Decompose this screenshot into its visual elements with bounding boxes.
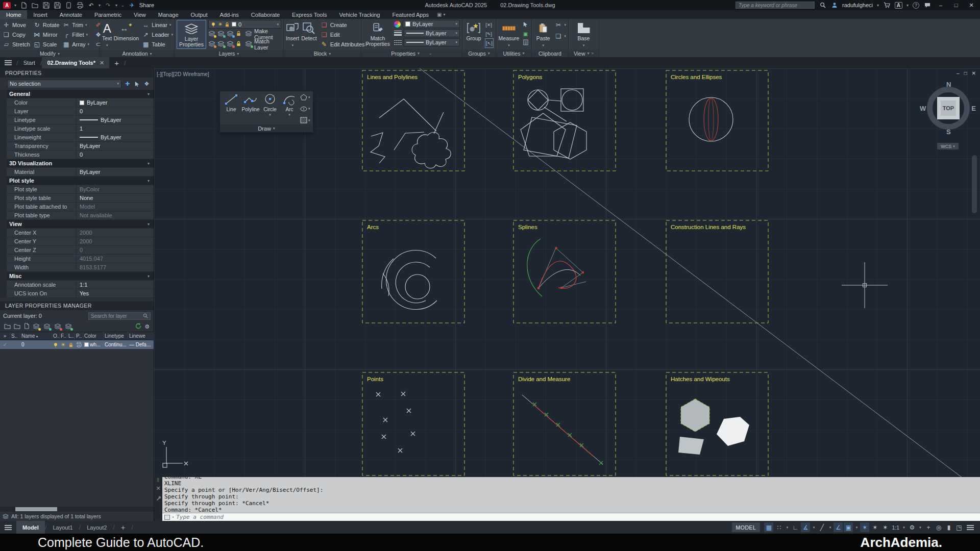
- new-layout-button[interactable]: +: [115, 521, 131, 534]
- draw-toolbar-label[interactable]: Draw▾: [220, 124, 313, 132]
- property-row[interactable]: Center Y2000: [7, 237, 154, 246]
- redo-icon[interactable]: ↷: [104, 2, 112, 9]
- group-selection-toggle[interactable]: [↖]: [485, 38, 494, 48]
- status-osnap-tracking-icon[interactable]: ∠: [834, 522, 843, 532]
- layout2-tab[interactable]: Layout2: [81, 521, 113, 534]
- new-file-icon[interactable]: [20, 2, 28, 9]
- property-value[interactable]: 2000: [76, 229, 154, 237]
- property-row[interactable]: UCS icon OnYes: [7, 289, 154, 298]
- model-tab[interactable]: Model: [16, 521, 45, 534]
- property-value[interactable]: Model: [76, 203, 154, 211]
- property-row[interactable]: TransparencyByLayer: [7, 142, 154, 151]
- group-button[interactable]: Group: [464, 20, 483, 48]
- trim-button[interactable]: ✂Trim▾: [61, 20, 91, 30]
- menu-tab-featured-apps[interactable]: Featured Apps: [386, 10, 435, 19]
- autocad-logo-icon[interactable]: A: [3, 2, 11, 9]
- file-tabs-menu-icon[interactable]: [0, 57, 16, 68]
- logo-dropdown-icon[interactable]: ▾: [14, 3, 16, 8]
- undo-dropdown-icon[interactable]: ▾: [99, 3, 101, 8]
- layer-on-icon[interactable]: [52, 340, 60, 349]
- menu-tab-collaborate[interactable]: Collaborate: [245, 10, 286, 19]
- property-row[interactable]: Plot styleByColor: [7, 185, 154, 194]
- property-row[interactable]: Annotation scale1:1: [7, 281, 154, 289]
- model-space-button[interactable]: MODEL: [732, 522, 761, 532]
- viewcube[interactable]: N S W E TOP: [923, 83, 974, 134]
- match-layer-button[interactable]: Match Layer: [208, 39, 281, 49]
- status-ortho-mode-icon[interactable]: ∟: [791, 522, 800, 532]
- property-row[interactable]: LineweightByLayer: [7, 133, 154, 142]
- base-button[interactable]: Base▾: [574, 20, 594, 48]
- select-window-button[interactable]: ▣: [522, 29, 529, 39]
- property-row[interactable]: MaterialByLayer: [7, 168, 154, 177]
- make-current-button[interactable]: Make Current: [208, 29, 281, 39]
- geometry-circles-ellipses[interactable]: [689, 97, 733, 141]
- table-button[interactable]: ▦Table: [140, 39, 175, 49]
- property-value[interactable]: 0: [76, 107, 154, 115]
- viewcube-west[interactable]: W: [920, 105, 926, 112]
- groups-panel-label[interactable]: Groups▾: [462, 49, 496, 57]
- property-value[interactable]: 0: [76, 246, 154, 254]
- move-button[interactable]: ✛Move: [1, 20, 32, 30]
- redo-dropdown-icon[interactable]: ▾: [115, 3, 117, 8]
- new-tab-button[interactable]: +: [109, 57, 124, 68]
- geometry-splines[interactable]: [527, 239, 586, 296]
- layer-column-f[interactable]: F..: [60, 332, 67, 340]
- utilities-panel-label[interactable]: Utilities▾: [496, 49, 531, 57]
- status-customization-plus-icon[interactable]: +: [924, 522, 933, 532]
- clipboard-panel-label[interactable]: Clipboard: [532, 49, 568, 57]
- horizontal-scrollbar[interactable]: [0, 507, 154, 512]
- username[interactable]: radufulgheci: [842, 2, 873, 8]
- drawing-viewport[interactable]: Lines and PolylinesPolygonsCircles and E…: [154, 68, 980, 521]
- restore-button[interactable]: □: [950, 2, 962, 8]
- property-row[interactable]: ColorByLayer: [7, 98, 154, 107]
- menu-tab-annotate[interactable]: Annotate: [54, 10, 88, 19]
- close-button[interactable]: ✕: [966, 2, 977, 9]
- geometry-points[interactable]: [376, 392, 415, 453]
- layer-plot-icon[interactable]: [75, 340, 83, 349]
- property-value[interactable]: None: [76, 194, 154, 202]
- menu-tab-home[interactable]: Home: [0, 10, 27, 19]
- viewcube-top-face[interactable]: TOP: [937, 97, 960, 119]
- layers-panel-label[interactable]: Layers▾: [175, 50, 283, 57]
- status-object-snap-icon[interactable]: ▣: [844, 522, 853, 532]
- select-objects-icon[interactable]: [133, 80, 141, 88]
- block-panel-label[interactable]: Block▾: [284, 50, 361, 57]
- status-iso-dropdown-icon[interactable]: ▾: [827, 522, 832, 532]
- viewcube-south[interactable]: S: [946, 128, 951, 136]
- share-icon[interactable]: ✈: [128, 2, 136, 9]
- match-properties-button[interactable]: Match Properties: [363, 20, 392, 48]
- property-value[interactable]: ByColor: [76, 185, 154, 193]
- layer-column-name[interactable]: Name▴: [20, 332, 52, 340]
- status-scale-dropdown-icon[interactable]: ▾: [901, 522, 906, 532]
- measure-button[interactable]: Measure▾: [498, 20, 520, 48]
- layer-group-filter-icon[interactable]: [14, 323, 20, 331]
- mirror-button[interactable]: ⋈Mirror: [32, 30, 61, 39]
- set-current-layer-icon[interactable]: [65, 323, 72, 330]
- line-tool-button[interactable]: Line: [223, 93, 240, 124]
- navigation-bar[interactable]: [972, 155, 977, 213]
- user-dropdown-icon[interactable]: ▾: [877, 3, 879, 8]
- command-input[interactable]: ▾ Type a command: [162, 513, 980, 521]
- apps-dropdown-icon[interactable]: ▾: [906, 3, 909, 8]
- rotate-button[interactable]: ↻Rotate: [32, 20, 61, 30]
- property-row[interactable]: Width8153.5177: [7, 263, 154, 272]
- layer-search-input[interactable]: Search for layer: [88, 312, 151, 320]
- status-annotation-scale[interactable]: 1:1: [891, 522, 900, 532]
- linear-dimension-button[interactable]: ↔Linear▾: [140, 20, 175, 30]
- new-layer-filter-icon[interactable]: [4, 323, 11, 331]
- layer-column-p[interactable]: P..: [75, 332, 83, 340]
- text-button[interactable]: A Text▾: [102, 20, 112, 49]
- property-value[interactable]: 2000: [76, 237, 154, 245]
- layer-lock-icon[interactable]: [67, 340, 75, 349]
- property-row[interactable]: Plot style tableNone: [7, 194, 154, 203]
- plot-icon[interactable]: [76, 2, 84, 9]
- layout1-tab[interactable]: Layout1: [46, 521, 79, 534]
- viewport-close-icon[interactable]: ✕: [972, 70, 976, 76]
- lineweight-dropdown[interactable]: ByLayer▾: [404, 29, 460, 37]
- annotation-panel-label[interactable]: Annotation▾: [100, 50, 174, 57]
- viewport-restore-icon[interactable]: □: [964, 70, 967, 76]
- group-edit-button[interactable]: [✎]: [485, 29, 494, 39]
- layer-column-linetype[interactable]: Linetype: [104, 332, 128, 340]
- property-value[interactable]: Not available: [76, 211, 154, 219]
- property-row[interactable]: Height4015.047: [7, 255, 154, 263]
